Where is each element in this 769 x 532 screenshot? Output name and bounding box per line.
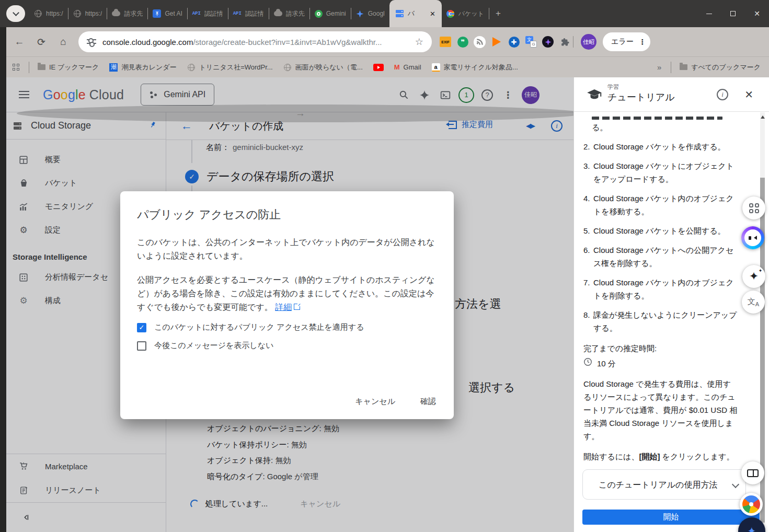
globe-icon — [187, 63, 196, 72]
external-link-icon — [294, 304, 300, 310]
browser-tab[interactable]: API認証情 — [188, 0, 228, 27]
browser-tab[interactable]: バケット — [442, 0, 489, 27]
globe-icon — [73, 9, 82, 18]
browser-tab[interactable]: ᛡGet AI — [148, 0, 187, 27]
cancel-button[interactable]: キャンセル — [355, 397, 395, 407]
checkbox-unchecked-icon[interactable] — [137, 341, 146, 351]
play-extension-icon[interactable] — [492, 37, 501, 47]
browser-tab[interactable]: Gemini — [310, 0, 351, 27]
new-tab-button[interactable]: + — [489, 8, 507, 19]
robot-face-icon — [744, 229, 761, 246]
all-bookmarks-button[interactable]: すべてのブックマーク — [680, 63, 761, 72]
tutorial-step: 3.Cloud Storage バケットにオブジェクトをアップロードする。 — [583, 159, 738, 186]
tutorial-step: 2.Cloud Storage バケットを作成する。 — [583, 140, 738, 153]
browser-tab[interactable]: Googl — [351, 0, 389, 27]
bookmark-star-icon[interactable]: ☆ — [415, 36, 423, 48]
address-bar[interactable]: console.cloud.google.com/storage/create-… — [78, 31, 432, 52]
reload-icon[interactable]: ⟳ — [32, 33, 50, 51]
dialog-actions: キャンセル 確認 — [355, 397, 436, 407]
start-instruction: 開始するには、[開始] をクリックします。 — [583, 450, 738, 463]
google-translate-icon[interactable]: 文G — [525, 36, 537, 48]
browser-tab[interactable]: https:/ — [29, 0, 68, 27]
fab-reader-button[interactable] — [741, 461, 764, 484]
bookmark-item[interactable] — [373, 64, 384, 71]
fab-pinwheel-button[interactable] — [740, 493, 763, 516]
tutorial-eyebrow: 学習 — [607, 83, 619, 91]
estimate-time-label: 完了までの推定時間: — [583, 342, 738, 355]
tab-search-button[interactable] — [6, 5, 25, 22]
scroll-up-arrow[interactable] — [761, 115, 765, 119]
dark-sparkle-extension-icon[interactable] — [542, 36, 554, 48]
close-icon[interactable]: ✕ — [744, 88, 753, 101]
open-book-icon — [747, 469, 759, 477]
site-settings-icon[interactable] — [87, 38, 96, 45]
fab-translate-button[interactable]: 文A — [742, 291, 765, 314]
api-icon: API — [192, 9, 201, 18]
bookmark-item[interactable]: MGmail — [394, 63, 421, 71]
google-cloud-icon — [274, 9, 282, 18]
gemini-spark-icon — [356, 9, 364, 18]
quote-extension-icon[interactable]: ❞ — [457, 37, 468, 48]
dont-show-again-checkbox-row[interactable]: 今後このメッセージを表示しない — [137, 341, 437, 351]
maximize-button[interactable] — [721, 0, 745, 27]
public-access-dialog: パブリック アクセスの防止 このバケットは、公共のインターネット上でバケット内の… — [120, 191, 454, 419]
gemini-app-icon — [315, 10, 323, 18]
bookmark-item[interactable]: 画面が映らない（電... — [283, 63, 363, 72]
home-icon[interactable]: ⌂ — [54, 33, 72, 51]
sparkles-icon: ✦ — [749, 271, 759, 282]
folder-icon — [680, 64, 687, 70]
minimize-button[interactable] — [697, 0, 721, 27]
gemini-star-icon: ✦ — [748, 525, 756, 532]
tutorial-step: 8.課金が発生しないようにクリーンアップする。 — [583, 308, 738, 334]
extensions-puzzle-icon[interactable] — [558, 36, 571, 48]
bookmark-item[interactable]: トリニタス社=WordPr... — [187, 63, 273, 72]
tide-icon: 潮 — [109, 63, 118, 72]
toolbar-separator — [573, 36, 573, 48]
dialog-body-1: このバケットは、公共のインターネット上でバケット内のデータが公開されないように設… — [137, 236, 439, 263]
browser-tab[interactable]: 請求先 — [269, 0, 309, 27]
chevron-down-icon — [13, 9, 19, 16]
back-icon[interactable]: ← — [10, 33, 28, 51]
close-tab-icon[interactable]: ✕ — [430, 10, 435, 18]
bookmark-item[interactable]: a家電リサイクル対象品... — [432, 63, 518, 72]
rss-extension-icon[interactable] — [474, 36, 486, 48]
tutorial-step: 4.Cloud Storage バケット内のオブジェクトを移動する。 — [583, 192, 738, 218]
profile-avatar[interactable]: 佳昭 — [581, 34, 596, 50]
tutorial-step: 7.Cloud Storage バケット内のオブジェクトを削除する。 — [583, 276, 738, 302]
info-icon[interactable]: i — [717, 89, 728, 100]
bookmarks-overflow-chevron[interactable]: » — [657, 63, 661, 72]
fab-app-grid-button[interactable] — [742, 196, 765, 219]
blue-cross-extension-icon[interactable]: ✚ — [509, 37, 520, 48]
browser-error-button[interactable]: エラー ⋮ — [603, 32, 650, 51]
google-g-icon — [446, 9, 455, 18]
close-window-button[interactable]: ✕ — [745, 0, 769, 27]
browser-tab[interactable]: 請求先 — [107, 0, 147, 27]
start-tutorial-button[interactable]: 開始 — [582, 510, 760, 525]
apps-grid-icon[interactable] — [13, 64, 19, 71]
browser-tab-active[interactable]: バ✕ — [389, 0, 442, 27]
globe-icon — [34, 9, 42, 18]
tutorial-content: る。 2.Cloud Storage バケットを作成する。 3.Cloud St… — [574, 112, 760, 469]
url-text[interactable]: console.cloud.google.com/storage/create-… — [102, 38, 410, 47]
fab-sparkle-button[interactable]: ✦ — [742, 265, 765, 288]
menu-kebab-icon[interactable]: ⋮ — [639, 41, 646, 43]
clock-icon — [583, 357, 592, 370]
howto-expander[interactable]: このチュートリアルの使用方法 — [582, 469, 746, 500]
exif-extension-icon[interactable]: EXIF — [440, 37, 451, 47]
folder-icon — [38, 64, 45, 70]
estimate-time-row: 10 分 — [583, 357, 738, 370]
confirm-button[interactable]: 確認 — [420, 397, 436, 407]
learn-more-link[interactable]: 詳細 — [275, 303, 292, 311]
step1-fragment: る。 — [592, 121, 738, 134]
clipped-text-line — [592, 117, 722, 120]
bookmark-item[interactable]: 潮潮見表カレンダー — [109, 63, 176, 72]
four-dots-icon — [749, 203, 759, 213]
checkbox-checked-icon[interactable]: ✓ — [137, 323, 146, 332]
bookmark-item[interactable]: IE ブックマーク — [38, 63, 99, 72]
browser-tab[interactable]: https:/ — [68, 0, 107, 27]
cloud-storage-icon — [396, 9, 404, 18]
enforce-public-access-checkbox-row[interactable]: ✓ このバケットに対するパブリック アクセス禁止を適用する — [137, 322, 437, 332]
browser-tab[interactable]: API認証情 — [228, 0, 269, 27]
fab-assistant-robot-button[interactable] — [741, 226, 764, 249]
graduation-cap-icon — [587, 88, 602, 103]
